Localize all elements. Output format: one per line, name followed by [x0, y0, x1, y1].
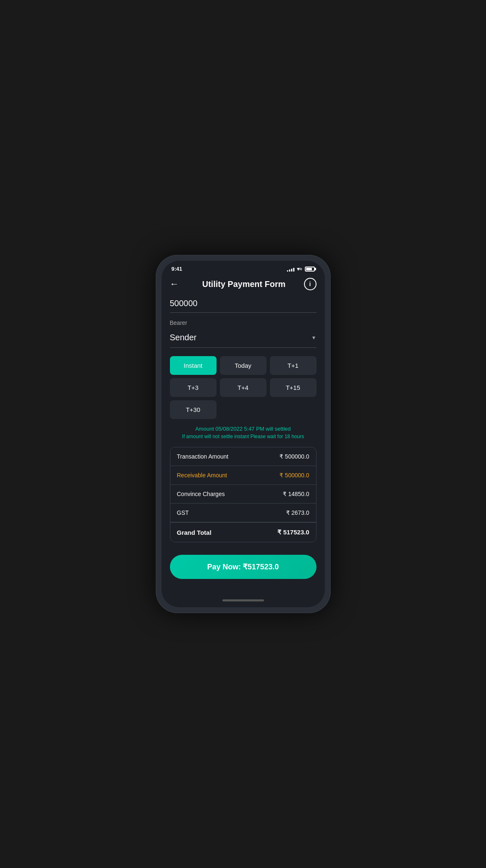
summary-row-transaction: Transaction Amount ₹ 500000.0	[170, 447, 316, 466]
convince-label: Convince Charges	[177, 491, 225, 497]
summary-row-gst: GST ₹ 2673.0	[170, 504, 316, 522]
status-icons: ▾≈	[287, 266, 315, 272]
bearer-label: Bearer	[170, 319, 317, 326]
settle-btn-instant[interactable]: Instant	[170, 356, 217, 375]
back-button[interactable]: ←	[170, 279, 179, 289]
notch	[220, 261, 266, 271]
signal-icon	[287, 267, 294, 272]
amount-value[interactable]: 500000	[170, 296, 317, 312]
grand-total-label: Grand Total	[177, 529, 212, 536]
settle-btn-t15[interactable]: T+15	[270, 378, 317, 397]
amount-divider	[170, 312, 317, 313]
bearer-divider	[170, 347, 317, 348]
summary-card: Transaction Amount ₹ 500000.0 Receivable…	[170, 447, 317, 542]
receivable-label: Receivable Amount	[177, 472, 227, 479]
settle-btn-t1[interactable]: T+1	[270, 356, 317, 375]
bearer-value: Sender	[170, 333, 197, 342]
settle-btn-t30[interactable]: T+30	[170, 400, 217, 419]
receivable-value: ₹ 500000.0	[279, 472, 309, 479]
summary-row-grand-total: Grand Total ₹ 517523.0	[170, 522, 316, 542]
battery-icon	[305, 267, 315, 272]
phone-screen: 9:41 ▾≈ ← Utility Payment Form i	[162, 261, 325, 607]
phone-frame: 9:41 ▾≈ ← Utility Payment Form i	[156, 255, 331, 613]
convince-value: ₹ 14850.0	[283, 491, 309, 497]
time-display: 9:41	[172, 266, 182, 272]
settlement-info: Amount 05/08/2022 5:47 PM will settled I…	[170, 426, 317, 439]
bearer-section: Bearer Sender ▼	[170, 319, 317, 348]
info-button[interactable]: i	[304, 278, 317, 290]
bearer-select[interactable]: Sender ▼	[170, 329, 317, 347]
wifi-icon: ▾≈	[297, 266, 302, 272]
summary-row-convince: Convince Charges ₹ 14850.0	[170, 485, 316, 504]
settle-btn-t3[interactable]: T+3	[170, 378, 217, 397]
grand-total-value: ₹ 517523.0	[277, 529, 309, 536]
pay-now-button[interactable]: Pay Now: ₹517523.0	[170, 555, 317, 579]
transaction-value: ₹ 500000.0	[279, 453, 309, 460]
summary-row-receivable: Receivable Amount ₹ 500000.0	[170, 466, 316, 485]
app-header: ← Utility Payment Form i	[162, 274, 325, 296]
home-bar	[222, 599, 264, 601]
settle-btn-t4[interactable]: T+4	[220, 378, 267, 397]
dropdown-arrow-icon: ▼	[312, 335, 317, 341]
settle-btn-today[interactable]: Today	[220, 356, 267, 375]
scroll-content: 500000 Bearer Sender ▼ Instant Today T+1…	[162, 296, 325, 595]
settlement-note-text: If amount will not settle instant Please…	[170, 434, 317, 439]
settlement-date-text: Amount 05/08/2022 5:47 PM will settled	[170, 426, 317, 432]
gst-label: GST	[177, 509, 189, 516]
gst-value: ₹ 2673.0	[286, 509, 309, 516]
page-title: Utility Payment Form	[184, 279, 304, 289]
transaction-label: Transaction Amount	[177, 453, 229, 460]
settlement-grid: Instant Today T+1 T+3 T+4 T+15 T+30	[170, 356, 317, 419]
home-indicator	[162, 595, 325, 607]
amount-field: 500000	[170, 296, 317, 313]
